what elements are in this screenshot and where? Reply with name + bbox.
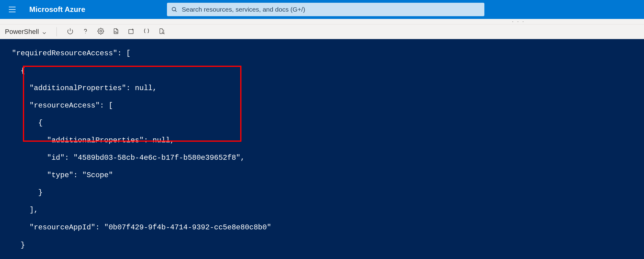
svg-line-9 bbox=[164, 33, 165, 34]
cloud-shell-terminal[interactable]: "requiredResourceAccess": [ { "additiona… bbox=[0, 39, 644, 259]
search-icon bbox=[171, 6, 177, 13]
upload-download-button[interactable] bbox=[109, 26, 123, 38]
braces-icon bbox=[143, 28, 150, 36]
brand-label: Microsoft Azure bbox=[29, 5, 85, 14]
settings-button[interactable] bbox=[94, 26, 107, 38]
terminal-line: { bbox=[3, 67, 25, 75]
toolbar-divider bbox=[56, 27, 57, 36]
terminal-line: "requiredResourceAccess": [ bbox=[3, 49, 131, 57]
file-search-icon bbox=[158, 28, 165, 36]
svg-line-1 bbox=[175, 10, 177, 12]
editor-button[interactable] bbox=[140, 26, 153, 38]
file-transfer-icon bbox=[113, 28, 119, 36]
overflow-ellipsis-icon[interactable]: . . . bbox=[512, 18, 525, 23]
terminal-line: } bbox=[3, 241, 25, 249]
search-container bbox=[167, 3, 640, 16]
terminal-line: "id": "4589bd03-58cb-4e6c-b17f-b580e3965… bbox=[3, 154, 245, 162]
new-tab-icon bbox=[128, 28, 135, 36]
question-icon bbox=[82, 28, 89, 36]
preview-button[interactable] bbox=[155, 26, 168, 38]
shell-type-selector[interactable]: PowerShell bbox=[3, 27, 50, 37]
svg-point-4 bbox=[100, 30, 102, 32]
shell-type-label: PowerShell bbox=[5, 28, 39, 36]
help-button[interactable] bbox=[79, 26, 92, 38]
chevron-down-icon bbox=[42, 29, 47, 34]
svg-point-3 bbox=[85, 33, 86, 34]
new-session-button[interactable] bbox=[125, 26, 138, 38]
search-input[interactable] bbox=[182, 6, 480, 13]
cloud-shell-toolbar: PowerShell bbox=[0, 24, 644, 39]
terminal-line: "additionalProperties": null, bbox=[3, 84, 157, 92]
terminal-line: { bbox=[3, 119, 43, 127]
svg-point-8 bbox=[162, 32, 164, 34]
terminal-line: ], bbox=[3, 206, 38, 214]
restart-shell-button[interactable] bbox=[63, 26, 77, 38]
power-icon bbox=[67, 28, 74, 36]
terminal-line: "additionalProperties": null, bbox=[3, 136, 175, 144]
gear-icon bbox=[97, 28, 104, 36]
terminal-line: "resourceAppId": "0b07f429-9f4b-4714-939… bbox=[3, 223, 271, 232]
svg-point-0 bbox=[172, 7, 176, 11]
terminal-line: "resourceAccess": [ bbox=[3, 101, 113, 110]
terminal-line: } bbox=[3, 188, 43, 197]
azure-header-bar: Microsoft Azure bbox=[0, 0, 644, 19]
terminal-line: "type": "Scope" bbox=[3, 171, 113, 179]
menu-icon[interactable] bbox=[6, 3, 18, 16]
global-search[interactable] bbox=[167, 3, 484, 16]
header-divider: . . . bbox=[0, 19, 644, 24]
